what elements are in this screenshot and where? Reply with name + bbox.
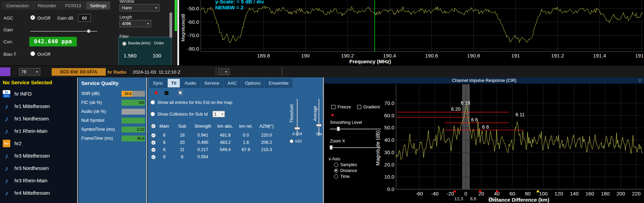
svg-text:140: 140 bbox=[570, 191, 579, 196]
svg-text:40.0: 40.0 bbox=[384, 137, 394, 143]
svg-text:-60.0: -60.0 bbox=[187, 19, 199, 25]
spectrum-canvas[interactable]: -50.0-60.0-70.0-80.0189.8190190.2190.419… bbox=[179, 0, 644, 65]
svg-text:6 20: 6 20 bbox=[451, 106, 460, 112]
xaxis-option[interactable]: Time bbox=[324, 174, 380, 180]
chevron-down-icon: ▾ bbox=[155, 6, 157, 10]
average-slider-thumb[interactable] bbox=[316, 124, 322, 127]
tab-settings[interactable]: Settings bbox=[86, 1, 111, 10]
quality-row: Audio (ok %) bbox=[79, 108, 146, 117]
tii-cell: 6 bbox=[175, 154, 189, 159]
svg-text:6 8: 6 8 bbox=[482, 124, 489, 130]
order-value[interactable]: 100 bbox=[153, 53, 161, 58]
order-label: Order bbox=[154, 41, 164, 45]
gain-db-field[interactable]: 68 bbox=[78, 14, 91, 22]
mini-select[interactable]: ▾ bbox=[218, 68, 229, 75]
tii-cell: 6 bbox=[157, 154, 172, 159]
svg-text:180: 180 bbox=[601, 191, 610, 196]
svg-text:70.0: 70.0 bbox=[384, 100, 394, 106]
tuner-panel: ConnectionRecorderFC0013Settings AGC ✓ O… bbox=[0, 0, 116, 65]
svg-text:50.0: 50.0 bbox=[384, 125, 394, 130]
svg-text:160: 160 bbox=[585, 191, 594, 196]
service-item[interactable]: ♪hr1 Nordhessen bbox=[0, 113, 77, 125]
svg-text:190.6: 190.6 bbox=[425, 53, 438, 58]
tii-row-checkbox[interactable]: ✓ bbox=[151, 148, 156, 152]
freeze-checkbox[interactable] bbox=[331, 105, 335, 109]
service-item[interactable]: ♪hr3 Rhein-Main bbox=[0, 174, 77, 187]
svg-text:-60: -60 bbox=[416, 191, 423, 196]
x10-checkbox[interactable] bbox=[290, 139, 293, 143]
zoomx-label: Zoom X bbox=[330, 139, 345, 143]
quality-bar-fill: 10.6 bbox=[122, 91, 132, 97]
xaxis-radio-samples[interactable] bbox=[334, 163, 338, 167]
audio-note-icon: ♪ bbox=[3, 152, 10, 160]
length-select[interactable]: 4096 ▾ bbox=[120, 20, 151, 27]
threshold-slider-track[interactable] bbox=[297, 99, 298, 136]
svg-text:6 11: 6 11 bbox=[516, 112, 524, 117]
record-indicator-icon bbox=[331, 114, 334, 116]
zoomx-slider-thumb[interactable] bbox=[330, 145, 333, 150]
smoothing-slider-thumb[interactable] bbox=[337, 127, 340, 131]
xaxis-option[interactable]: Samples bbox=[324, 162, 380, 168]
xaxis-option-label: Distance bbox=[340, 168, 357, 173]
svg-text:80: 80 bbox=[525, 191, 531, 196]
triangle-down-icon[interactable]: ▽ bbox=[638, 79, 641, 83]
fft-settings-panel: Window Hann ▾ Length 4096 ▾ Filter Bandw… bbox=[116, 0, 174, 65]
tab-recorder[interactable]: Recorder bbox=[34, 1, 60, 10]
svg-text:-50.0: -50.0 bbox=[187, 6, 199, 11]
bandwidth-value[interactable]: 1.560 bbox=[124, 53, 137, 58]
tii-row-checkbox[interactable]: ✓ bbox=[151, 155, 156, 159]
quality-bar-value: 100 bbox=[138, 100, 144, 105]
tab-connection[interactable]: Connection bbox=[2, 1, 33, 10]
xaxis-option[interactable]: Distance bbox=[324, 168, 380, 174]
agc-onoff-checkbox[interactable]: ✓ bbox=[30, 15, 35, 20]
status-bar: 7B ▾ ECC-EId: E0-107A hr Radio 2024-11-0… bbox=[0, 65, 644, 77]
quality-bar-value: 0.22 bbox=[137, 127, 144, 131]
tii-row-checkbox[interactable]: ✓ bbox=[151, 140, 156, 145]
tii-cell: 206.2 bbox=[257, 140, 277, 145]
service-item[interactable]: hr2hr2 bbox=[0, 137, 77, 150]
ecc-eid-badge: ECC-EId: E0-107A bbox=[52, 68, 106, 76]
xaxis-radio-distance[interactable] bbox=[334, 169, 338, 173]
tii-header-checkbox[interactable]: ✓ bbox=[151, 124, 156, 128]
smoothing-label: Smoothing Level bbox=[330, 120, 362, 125]
audio-note-icon: ♪ bbox=[3, 189, 10, 197]
length-select-value: 4096 bbox=[122, 21, 131, 26]
gain-slider-thumb[interactable] bbox=[87, 29, 91, 33]
window-select[interactable]: Hann ▾ bbox=[120, 4, 159, 11]
svg-text:25,5: 25,5 bbox=[488, 196, 497, 201]
service-item-label: hr3 Nordhessen bbox=[14, 165, 49, 171]
service-item[interactable]: ♪hr3 Mittelhessen bbox=[0, 150, 77, 162]
threshold-value: 0.024 bbox=[288, 132, 307, 136]
tuner-tabstrip: ConnectionRecorderFC0013Settings bbox=[1, 1, 110, 10]
biast-onoff-label: On/Off bbox=[37, 52, 50, 57]
svg-text:6 18: 6 18 bbox=[461, 100, 470, 106]
quality-row: SNR (dB)10.6 bbox=[79, 90, 146, 99]
spectrum-plot[interactable]: -50.0-60.0-70.0-80.0189.8190190.2190.419… bbox=[179, 0, 644, 65]
svg-text:Magnitude(dB: Magnitude(dB bbox=[180, 14, 186, 42]
threshold-slider-thumb[interactable] bbox=[294, 127, 300, 130]
service-item[interactable]: ♪hr4 Mittelhessen bbox=[0, 187, 77, 199]
service-item[interactable]: ♪hr1 Rhein-Main bbox=[0, 125, 77, 137]
tii-cell: 483.2 bbox=[214, 140, 236, 145]
gradient-checkbox[interactable] bbox=[357, 105, 361, 109]
average-slider-track[interactable] bbox=[319, 99, 319, 136]
service-item[interactable]: hrINFOhr INFO bbox=[0, 88, 77, 100]
channel-select[interactable]: 7B ▾ bbox=[19, 68, 40, 75]
tii-cell: 11 bbox=[175, 147, 189, 152]
svg-text:0: 0 bbox=[464, 191, 467, 196]
cir-title: Channel Impulse Response (CIR) bbox=[452, 78, 517, 83]
service-item[interactable]: ♪hr3 Nordhessen bbox=[0, 162, 77, 174]
bandwidth-label: Bandw.(kHz) bbox=[128, 41, 150, 45]
xaxis-radio-time[interactable] bbox=[334, 174, 338, 179]
fft-scrollbar[interactable] bbox=[169, 12, 172, 38]
zoomx-slider-track[interactable] bbox=[330, 147, 381, 148]
svg-text:60.0: 60.0 bbox=[384, 113, 394, 118]
tab-fc0013[interactable]: FC0013 bbox=[61, 1, 85, 10]
bandwidth-radio[interactable] bbox=[122, 42, 126, 46]
quality-bar-fill: 95.6 bbox=[122, 136, 145, 141]
biast-onoff-checkbox[interactable] bbox=[30, 51, 35, 56]
filter-groupbox: Bandw.(kHz) Order 1.560 100 bbox=[118, 37, 172, 68]
service-item[interactable]: ♪hr1 Mittelhessen bbox=[0, 100, 77, 113]
tii-cell: 220.0 bbox=[257, 133, 277, 138]
tii-row-checkbox[interactable]: ✓ bbox=[151, 133, 156, 138]
